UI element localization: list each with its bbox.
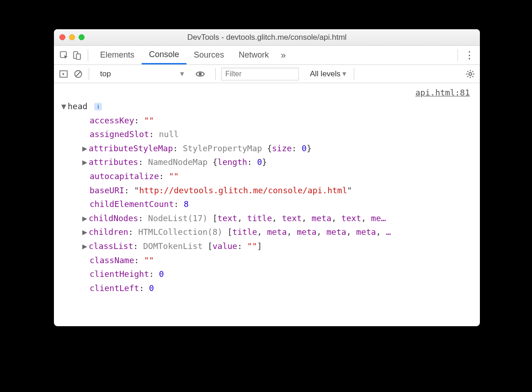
titlebar: DevTools - devtools.glitch.me/console/ap… xyxy=(54,29,480,46)
prop-accessKey[interactable]: accessKey: "" xyxy=(60,114,473,128)
chevron-down-icon: ▾ xyxy=(180,69,184,79)
console-toolbar: top ▾ All levels ▾ xyxy=(54,65,480,83)
devtools-window: DevTools - devtools.glitch.me/console/ap… xyxy=(54,29,480,326)
toggle-sidebar-icon[interactable] xyxy=(58,68,69,80)
prop-attributes[interactable]: ▶attributes: NamedNodeMap {length: 0} xyxy=(60,155,473,170)
inspect-icon[interactable] xyxy=(58,49,70,62)
separator xyxy=(89,68,89,80)
prop-attributeStyleMap[interactable]: ▶attributeStyleMap: StylePropertyMap {si… xyxy=(60,142,473,156)
tab-sources[interactable]: Sources xyxy=(186,46,231,64)
separator xyxy=(88,49,88,61)
svg-line-14 xyxy=(468,76,468,77)
prop-childElementCount[interactable]: childElementCount: 8 xyxy=(60,197,473,212)
svg-line-12 xyxy=(468,71,468,72)
context-selector[interactable]: top ▾ xyxy=(96,68,188,80)
separator xyxy=(458,49,458,61)
prop-clientLeft[interactable]: clientLeft: 0 xyxy=(60,281,473,296)
live-expression-icon[interactable] xyxy=(194,68,206,80)
svg-point-7 xyxy=(469,73,472,75)
prop-autocapitalize[interactable]: autocapitalize: "" xyxy=(60,170,473,184)
disclosure-right-icon[interactable]: ▶ xyxy=(82,225,89,239)
chevron-down-icon: ▾ xyxy=(342,69,346,79)
prop-classList[interactable]: ▶classList: DOMTokenList [value: ""] xyxy=(60,239,473,254)
tab-network[interactable]: Network xyxy=(231,46,276,64)
disclosure-right-icon[interactable]: ▶ xyxy=(82,239,89,254)
prop-children[interactable]: ▶children: HTMLCollection(8) [title, met… xyxy=(60,225,473,239)
svg-rect-2 xyxy=(76,54,80,59)
clear-console-icon[interactable] xyxy=(72,68,84,80)
separator xyxy=(215,68,216,80)
tree-root[interactable]: ▼head i xyxy=(60,100,473,114)
log-levels-label: All levels xyxy=(310,69,340,79)
prop-clientHeight[interactable]: clientHeight: 0 xyxy=(60,267,473,281)
filter-input[interactable] xyxy=(221,68,299,80)
log-levels-selector[interactable]: All levels ▾ xyxy=(310,69,346,79)
device-toolbar-icon[interactable] xyxy=(70,49,83,62)
context-selector-label: top xyxy=(100,69,111,79)
prop-childNodes[interactable]: ▶childNodes: NodeList(17) [text, title, … xyxy=(60,212,473,226)
prop-className[interactable]: className: "" xyxy=(60,254,473,268)
prop-baseURI[interactable]: baseURI: "http://devtools.glitch.me/cons… xyxy=(60,184,473,198)
svg-line-15 xyxy=(472,71,473,72)
prop-assignedSlot[interactable]: assignedSlot: null xyxy=(60,127,473,142)
svg-line-5 xyxy=(76,72,80,76)
disclosure-right-icon[interactable]: ▶ xyxy=(82,142,89,156)
svg-line-13 xyxy=(472,76,473,77)
disclosure-down-icon[interactable]: ▼ xyxy=(61,100,68,114)
svg-point-6 xyxy=(199,72,202,75)
console-settings-gear-icon[interactable] xyxy=(464,68,476,80)
object-tree: ▼head i accessKey: "" assignedSlot: null… xyxy=(60,86,473,295)
panel-tabs: Elements Console Sources Network » ⋮ xyxy=(54,46,480,65)
more-options-icon[interactable]: ⋮ xyxy=(463,49,476,61)
source-link[interactable]: api.html:81 xyxy=(415,86,470,100)
info-icon[interactable]: i xyxy=(94,103,102,111)
disclosure-right-icon[interactable]: ▶ xyxy=(82,155,89,170)
separator xyxy=(354,68,354,80)
console-output: api.html:81 ▼head i accessKey: "" assign… xyxy=(54,83,480,326)
tab-console[interactable]: Console xyxy=(142,46,186,64)
tab-elements[interactable]: Elements xyxy=(93,46,142,64)
root-label: head xyxy=(68,101,87,111)
disclosure-right-icon[interactable]: ▶ xyxy=(82,212,89,226)
window-title: DevTools - devtools.glitch.me/console/ap… xyxy=(54,33,480,42)
tabs-overflow-icon[interactable]: » xyxy=(276,50,290,60)
